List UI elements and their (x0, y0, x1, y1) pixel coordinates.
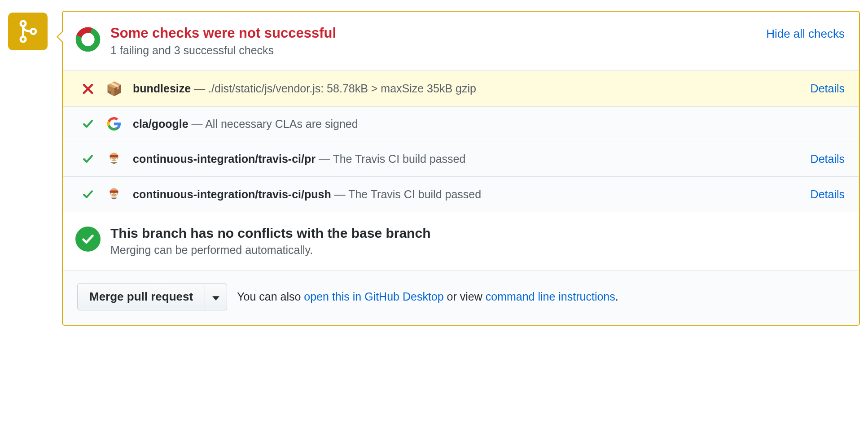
checks-status-donut-icon (75, 27, 101, 54)
open-in-desktop-link[interactable]: open this in GitHub Desktop (304, 290, 443, 303)
merge-status-title: This branch has no conflicts with the ba… (110, 226, 430, 241)
timeline-merge-badge (8, 13, 48, 50)
git-merge-icon (17, 19, 39, 44)
merge-status-subtitle: Merging can be performed automatically. (110, 244, 430, 257)
check-details-link[interactable]: Details (811, 82, 845, 95)
status-success-icon (75, 227, 101, 252)
svg-point-1 (21, 37, 26, 42)
check-row: continuous-integration/travis-ci/pr — Th… (63, 141, 859, 176)
check-separator: — (192, 118, 206, 130)
svg-rect-11 (110, 191, 118, 193)
check-details-link[interactable]: Details (811, 188, 845, 201)
svg-point-8 (112, 158, 113, 159)
merge-options-dropdown-button[interactable] (205, 283, 227, 310)
checks-list: 📦 bundlesize — ./dist/static/js/vendor.j… (63, 70, 859, 212)
check-description: All necessary CLAs are signed (205, 118, 358, 130)
package-icon: 📦 (105, 81, 123, 96)
travis-icon (105, 151, 123, 166)
check-description: The Travis CI build passed (348, 188, 481, 201)
merge-pull-request-button[interactable]: Merge pull request (77, 283, 205, 310)
merge-actions-section: Merge pull request You can also open thi… (63, 270, 859, 325)
svg-rect-5 (110, 155, 118, 157)
svg-point-15 (115, 194, 116, 195)
travis-icon (105, 187, 123, 202)
svg-point-9 (115, 158, 116, 159)
svg-point-0 (21, 21, 26, 26)
check-separator: — (334, 188, 349, 201)
checks-subtitle: 1 failing and 3 successful checks (110, 44, 756, 57)
check-row: cla/google — All necessary CLAs are sign… (63, 106, 859, 141)
check-separator: — (319, 153, 333, 165)
check-row: continuous-integration/travis-ci/push — … (63, 176, 859, 212)
status-pass-icon (81, 118, 95, 129)
hide-all-checks-link[interactable]: Hide all checks (766, 25, 845, 41)
merge-hint-text: You can also open this in GitHub Desktop… (237, 290, 618, 303)
check-name: continuous-integration/travis-ci/push (133, 188, 331, 201)
svg-point-2 (31, 29, 36, 34)
caret-down-icon (212, 290, 219, 304)
check-name: cla/google (133, 118, 189, 130)
merge-status-section: This branch has no conflicts with the ba… (63, 212, 859, 270)
check-details-link[interactable]: Details (811, 153, 845, 166)
check-name: bundlesize (133, 82, 191, 95)
google-icon (105, 117, 123, 131)
status-pass-icon (81, 153, 95, 164)
check-name: continuous-integration/travis-ci/pr (133, 153, 316, 165)
check-description: The Travis CI build passed (333, 153, 465, 165)
check-separator: — (194, 82, 208, 95)
command-line-instructions-link[interactable]: command line instructions (486, 290, 615, 303)
check-row: 📦 bundlesize — ./dist/static/js/vendor.j… (63, 70, 859, 106)
checks-header: Some checks were not successful 1 failin… (63, 12, 859, 70)
svg-point-14 (112, 194, 113, 195)
checks-title: Some checks were not successful (110, 25, 756, 41)
status-pass-icon (81, 189, 95, 200)
merge-button-group: Merge pull request (77, 283, 227, 310)
merge-checks-panel: Some checks were not successful 1 failin… (62, 11, 860, 326)
check-description: ./dist/static/js/vendor.js: 58.78kB > ma… (208, 82, 476, 95)
status-fail-icon (81, 84, 95, 94)
